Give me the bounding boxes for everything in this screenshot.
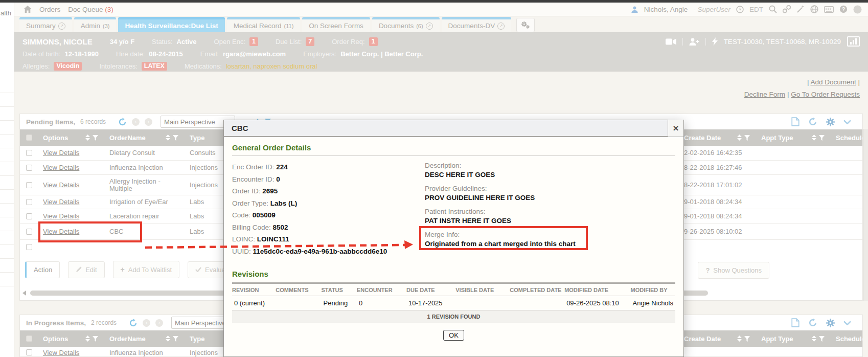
edit-button[interactable]: Edit [68,261,104,278]
bolt-icon[interactable] [712,37,718,46]
row-checkbox[interactable] [26,199,32,205]
refresh-icon[interactable] [129,319,138,327]
row-checkbox[interactable] [26,150,32,156]
ok-button[interactable]: OK [443,330,464,341]
decline-form-link[interactable]: Decline Form [744,91,785,98]
close-icon[interactable]: × [668,120,683,137]
view-details-link[interactable]: View Details [43,228,79,235]
row-checkbox[interactable] [26,349,32,355]
col-appt-type[interactable]: Appt Type [756,330,831,347]
sort-icon[interactable] [737,336,742,342]
filter-icon[interactable] [93,135,98,141]
tab-health-surveillance-due-list[interactable]: Health Surveillance:Due List [118,17,224,32]
scroll-left-icon[interactable] [22,291,27,296]
modal-header[interactable]: CBC × [224,120,683,137]
col-create-date[interactable]: Create Date [679,129,756,146]
popout-icon[interactable]: ↗ [426,23,433,30]
order-req-badge[interactable]: 1 [369,37,378,46]
gear-icon[interactable] [826,319,835,327]
new-document-icon[interactable] [791,318,800,327]
video-camera-icon[interactable] [666,38,676,45]
tab-on-screen-forms[interactable]: On Screen Forms [302,17,370,32]
chevron-down-icon[interactable] [843,321,851,325]
refresh-icon[interactable] [808,318,817,327]
open-enc-badge[interactable]: 1 [249,37,258,46]
view-details-link[interactable]: View Details [43,149,79,157]
sort-icon[interactable] [85,135,90,141]
select-all-checkbox[interactable] [26,135,32,141]
row-checkbox[interactable] [26,213,32,219]
col-options[interactable]: Options [38,129,104,146]
tab-summary[interactable]: Summary↗ [19,17,72,32]
col-order-name[interactable]: OrderName [104,129,185,146]
col-options[interactable]: Options [38,330,104,347]
filter-icon[interactable] [744,336,750,342]
filter-icon[interactable] [744,135,750,141]
intolerance-badge[interactable]: LATEX [142,62,167,71]
sort-icon[interactable] [737,135,742,141]
tab-documents[interactable]: Documents(6)↗ [372,17,440,32]
tab-admin[interactable]: Admin(3) [74,17,117,32]
refresh-icon[interactable] [118,118,127,126]
col-schedule[interactable]: Schedule [831,129,862,146]
sort-icon[interactable] [166,336,170,342]
prev-icon[interactable]: ‹ [132,118,140,126]
keyboard-icon[interactable] [824,6,834,13]
breadcrumb-orders[interactable]: Orders [39,6,60,13]
user-name[interactable]: Nichols, Angie [644,6,688,13]
add-to-waitlist-button[interactable]: +Add To Waitlist [113,261,179,278]
filter-icon[interactable] [173,336,178,342]
col-schedule[interactable]: Schedule [831,330,862,347]
view-details-link[interactable]: View Details [43,182,79,189]
tab-documents-dv[interactable]: Documents-DV↗ [442,17,512,32]
view-details-link[interactable]: View Details [43,198,79,206]
allergy-badge[interactable]: Vicodin [54,62,82,71]
col-create-date[interactable]: Create Date [679,330,756,347]
avatar-circle-icon[interactable] [853,5,862,14]
popout-icon[interactable]: ↗ [497,23,505,30]
row-checkbox[interactable] [26,229,32,235]
vertical-scrollbar[interactable] [863,129,868,301]
refresh-icon[interactable] [808,117,817,126]
sort-icon[interactable] [812,336,816,342]
breadcrumb-doc-queue[interactable]: Doc Queue (3) [68,6,113,13]
row-checkbox[interactable] [26,244,32,250]
popout-icon[interactable]: ↗ [58,23,65,30]
row-checkbox[interactable] [26,182,32,188]
sort-icon[interactable] [812,135,816,141]
link-icon[interactable] [783,5,791,13]
collapsed-left-sidebar[interactable]: alth [0,3,14,357]
chevron-down-icon[interactable] [843,120,851,124]
filter-icon[interactable] [173,135,178,141]
tab-settings-button[interactable] [516,18,535,32]
show-questions-button[interactable]: ?Show Questions [698,262,769,279]
gear-icon[interactable] [826,118,835,126]
next-icon[interactable]: › [145,118,152,126]
filter-icon[interactable] [93,336,98,342]
select-all-checkbox[interactable] [26,336,32,342]
patient-name[interactable]: SIMMONS, NICOLE [22,37,93,46]
view-details-link[interactable]: View Details [43,213,79,220]
view-details-link[interactable]: View Details [43,349,79,356]
action-button[interactable]: Action [25,261,60,278]
prev-icon[interactable]: ‹ [143,319,150,327]
due-list-badge[interactable]: 7 [306,37,314,46]
row-checkbox[interactable] [26,165,32,171]
tab-medical-record[interactable]: Medical Record(11) [227,17,301,32]
view-details-link[interactable]: View Details [43,164,79,171]
home-icon[interactable] [24,6,32,13]
sort-icon[interactable] [166,135,170,141]
filter-icon[interactable] [819,336,825,342]
add-person-icon[interactable] [689,38,699,46]
col-appt-type[interactable]: Appt Type [756,129,831,146]
add-document-link[interactable]: Add Document [810,78,856,86]
new-document-icon[interactable] [791,117,800,126]
chart-stats-icon[interactable] [847,36,860,47]
search-icon[interactable] [769,5,777,13]
filter-icon[interactable] [819,135,825,141]
globe-icon[interactable] [810,5,818,13]
wand-icon[interactable] [796,5,805,13]
help-icon[interactable]: ? [839,5,848,13]
next-icon[interactable]: › [155,319,163,327]
go-to-order-requests-link[interactable]: Go To Order Requests [791,91,860,98]
